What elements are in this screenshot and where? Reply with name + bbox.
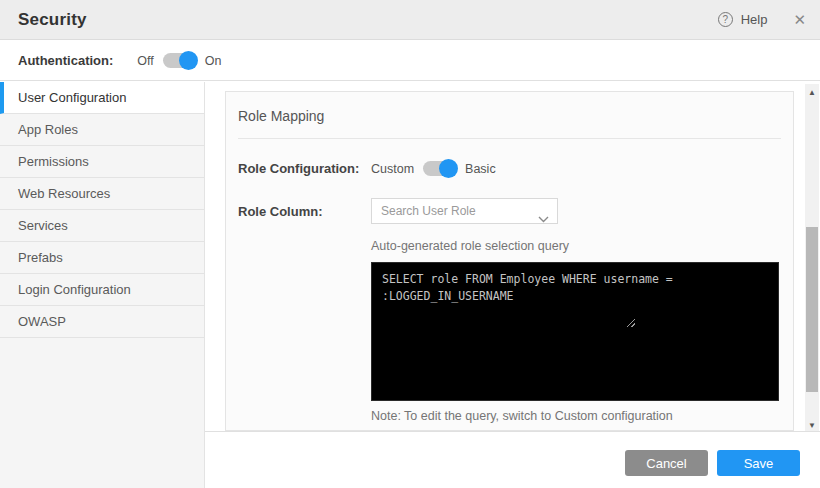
vertical-scrollbar[interactable]: ▲ ▼ <box>805 84 819 433</box>
role-mapping-card: Role Mapping Role Configuration: Custom … <box>225 91 794 431</box>
sidebar-item-prefabs[interactable]: Prefabs <box>0 242 204 274</box>
main-panel: Role Mapping Role Configuration: Custom … <box>205 82 820 488</box>
role-selection-query-editor[interactable]: SELECT role FROM Employee WHERE username… <box>371 262 779 401</box>
sidebar-item-services[interactable]: Services <box>0 210 204 242</box>
close-icon[interactable]: ✕ <box>793 11 806 29</box>
role-config-custom-label: Custom <box>371 162 414 176</box>
authentication-toggle[interactable] <box>163 53 196 68</box>
role-column-select[interactable]: Search User Role <box>371 198 558 224</box>
security-dialog: Security ? Help ✕ Authentication: Off On… <box>0 0 820 488</box>
role-configuration-label: Role Configuration: <box>238 161 371 176</box>
sidebar-item-user-configuration[interactable]: User Configuration <box>0 82 204 114</box>
authentication-off-label: Off <box>137 54 153 68</box>
sidebar-item-permissions[interactable]: Permissions <box>0 146 204 178</box>
dialog-header: Security ? Help ✕ <box>0 0 820 40</box>
help-link[interactable]: Help <box>741 12 768 27</box>
role-column-label: Role Column: <box>238 204 371 219</box>
sidebar-item-owasp[interactable]: OWASP <box>0 306 204 338</box>
role-column-placeholder: Search User Role <box>381 204 476 218</box>
authentication-on-label: On <box>205 54 222 68</box>
scrollbar-thumb[interactable] <box>806 227 818 392</box>
help-icon[interactable]: ? <box>718 12 733 27</box>
cancel-button[interactable]: Cancel <box>625 450 708 476</box>
sidebar-item-web-resources[interactable]: Web Resources <box>0 178 204 210</box>
role-configuration-toggle[interactable] <box>423 161 456 176</box>
toggle-knob <box>179 51 198 70</box>
authentication-bar: Authentication: Off On <box>0 41 820 81</box>
settings-sidebar: User Configuration App Roles Permissions… <box>0 82 205 488</box>
dialog-footer: Cancel Save <box>205 431 820 488</box>
role-mapping-title: Role Mapping <box>238 108 324 124</box>
save-button[interactable]: Save <box>717 450 800 476</box>
authentication-label: Authentication: <box>18 53 113 68</box>
auto-generated-query-label: Auto-generated role selection query <box>371 239 781 253</box>
toggle-knob <box>439 159 458 178</box>
scroll-down-icon[interactable]: ▼ <box>805 419 819 431</box>
role-config-basic-label: Basic <box>465 162 496 176</box>
sidebar-item-login-configuration[interactable]: Login Configuration <box>0 274 204 306</box>
query-note: Note: To edit the query, switch to Custo… <box>371 409 781 423</box>
sidebar-item-app-roles[interactable]: App Roles <box>0 114 204 146</box>
scroll-up-icon[interactable]: ▲ <box>805 86 819 98</box>
chevron-down-icon <box>538 209 549 227</box>
page-title: Security <box>18 10 87 30</box>
